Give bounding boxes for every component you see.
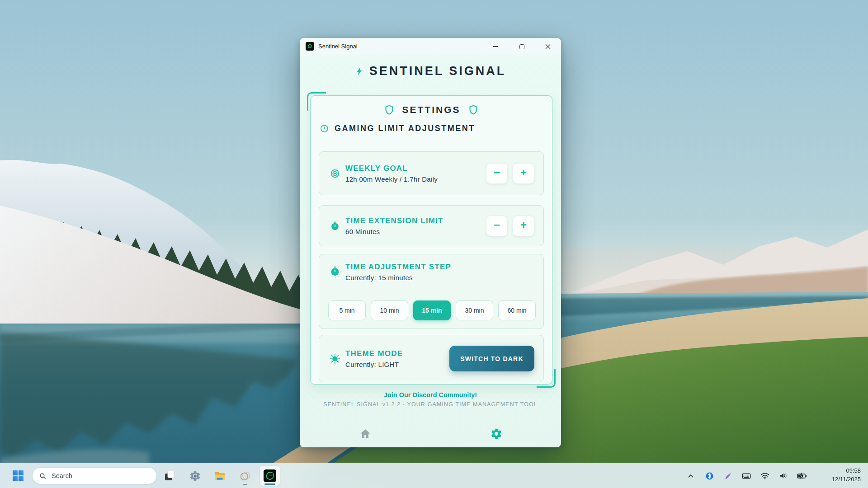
step-option-10min[interactable]: 10 min bbox=[371, 300, 408, 320]
time-extension-card: TIME EXTENSION LIMIT 60 Minutes − + bbox=[319, 205, 544, 246]
shield-icon bbox=[468, 104, 479, 116]
desktop: Sentinel Signal SENTINEL SIGNAL bbox=[0, 0, 868, 488]
window-titlebar[interactable]: Sentinel Signal bbox=[300, 38, 561, 55]
battery-charging-icon bbox=[797, 470, 807, 481]
bluetooth-icon bbox=[705, 472, 714, 480]
folder-icon bbox=[214, 470, 226, 482]
file-explorer-button[interactable] bbox=[210, 466, 230, 486]
start-button[interactable] bbox=[8, 466, 28, 486]
tray-chevron-button[interactable] bbox=[684, 467, 698, 485]
sentinel-logo-icon bbox=[263, 469, 277, 483]
layers-icon bbox=[164, 470, 175, 482]
home-icon bbox=[359, 427, 372, 440]
shield-icon bbox=[384, 104, 395, 116]
step-option-15min-active[interactable]: 15 min bbox=[413, 300, 451, 320]
home-nav-button[interactable] bbox=[359, 427, 372, 441]
windows-logo-icon bbox=[12, 470, 24, 482]
stopwatch-icon bbox=[328, 221, 342, 231]
speaker-icon bbox=[778, 471, 788, 481]
search-icon bbox=[39, 472, 47, 480]
card-subtitle: Currently: 15 minutes bbox=[345, 274, 451, 282]
app-logo-icon bbox=[306, 42, 314, 51]
rings-icon bbox=[239, 470, 251, 482]
clock-time: 09:58 bbox=[832, 467, 861, 475]
feather-pen-icon bbox=[723, 471, 733, 481]
card-title: TIME EXTENSION LIMIT bbox=[345, 216, 443, 225]
taskbar-clock[interactable]: 09:58 12/11/2025 bbox=[832, 467, 861, 484]
section-heading: GAMING LIMIT ADJUSTMENT bbox=[335, 124, 475, 133]
chevron-up-icon bbox=[687, 472, 695, 480]
sentinel-signal-app-button[interactable] bbox=[260, 466, 280, 486]
card-title: WEEKLY GOAL bbox=[345, 164, 438, 173]
maximize-button[interactable] bbox=[515, 38, 528, 55]
volume-tray-button[interactable] bbox=[776, 467, 791, 485]
switch-theme-button[interactable]: SWITCH TO DARK bbox=[449, 346, 534, 371]
taskbar-search[interactable]: Search bbox=[32, 467, 157, 484]
taskview-app-button[interactable] bbox=[160, 466, 179, 486]
step-option-60min[interactable]: 60 min bbox=[498, 300, 536, 320]
clock-date: 12/11/2025 bbox=[832, 475, 861, 484]
window-title: Sentinel Signal bbox=[318, 43, 358, 50]
search-label: Search bbox=[52, 472, 72, 479]
step-options-row: 5 min 10 min 15 min 30 min 60 min bbox=[328, 300, 536, 320]
time-extension-stepper: − + bbox=[486, 216, 534, 236]
clock-icon bbox=[320, 124, 329, 133]
step-option-30min[interactable]: 30 min bbox=[456, 300, 493, 320]
card-subtitle: 12h 00m Weekly / 1.7hr Daily bbox=[345, 175, 438, 183]
close-button[interactable] bbox=[541, 38, 555, 55]
settings-heading: SETTINGS bbox=[402, 104, 460, 115]
theme-mode-card: THEME MODE Currently: LIGHT SWITCH TO DA… bbox=[319, 335, 544, 382]
target-icon bbox=[328, 168, 342, 179]
app-window: Sentinel Signal SENTINEL SIGNAL bbox=[300, 38, 561, 447]
app-body: SENTINEL SIGNAL SETTINGS bbox=[300, 55, 561, 447]
wifi-tray-button[interactable] bbox=[758, 467, 772, 485]
minimize-button[interactable] bbox=[489, 38, 502, 55]
sun-icon bbox=[328, 353, 342, 365]
taskbar: Search bbox=[0, 463, 868, 488]
settings-heading-row: SETTINGS bbox=[311, 104, 552, 116]
discord-link[interactable]: Join Our Discord Community! bbox=[300, 391, 561, 399]
weekly-goal-increase-button[interactable]: + bbox=[513, 163, 534, 184]
gear-icon bbox=[490, 427, 503, 440]
card-title: THEME MODE bbox=[345, 349, 403, 358]
step-option-5min[interactable]: 5 min bbox=[328, 300, 366, 320]
weekly-goal-card: WEEKLY GOAL 12h 00m Weekly / 1.7hr Daily… bbox=[319, 151, 544, 195]
app-title: SENTINEL SIGNAL bbox=[369, 64, 506, 78]
time-extension-decrease-button[interactable]: − bbox=[486, 216, 508, 236]
card-title: TIME ADJUSTMENT STEP bbox=[345, 263, 451, 272]
version-text: SENTINEL SIGNAL v1.2.2 · YOUR GAMING TIM… bbox=[300, 401, 561, 408]
battery-tray-button[interactable] bbox=[795, 467, 809, 485]
rings-app-button[interactable] bbox=[235, 466, 255, 486]
gear-icon bbox=[189, 470, 201, 482]
card-subtitle: 60 Minutes bbox=[345, 228, 443, 235]
settings-panel: SETTINGS GAMING LIMIT ADJUSTMENT bbox=[310, 95, 552, 385]
bluetooth-tray-button[interactable] bbox=[702, 467, 717, 485]
section-heading-row: GAMING LIMIT ADJUSTMENT bbox=[320, 124, 475, 133]
system-tray bbox=[684, 466, 809, 486]
settings-nav-button[interactable] bbox=[490, 427, 503, 441]
settings-app-button[interactable] bbox=[185, 466, 205, 486]
wifi-icon bbox=[760, 471, 770, 481]
bolt-icon bbox=[355, 66, 364, 77]
active-window-indicator bbox=[264, 483, 275, 485]
time-adjustment-card: TIME ADJUSTMENT STEP Currently: 15 minut… bbox=[319, 254, 544, 329]
keyboard-icon bbox=[741, 471, 751, 481]
time-extension-increase-button[interactable]: + bbox=[513, 216, 534, 236]
running-indicator bbox=[243, 484, 247, 486]
stopwatch-icon bbox=[328, 265, 342, 277]
card-subtitle: Currently: LIGHT bbox=[345, 361, 403, 368]
pen-tray-button[interactable] bbox=[721, 467, 735, 485]
keyboard-tray-button[interactable] bbox=[739, 467, 754, 485]
weekly-goal-decrease-button[interactable]: − bbox=[486, 163, 508, 184]
weekly-goal-stepper: − + bbox=[486, 163, 534, 184]
app-header: SENTINEL SIGNAL bbox=[300, 64, 561, 78]
